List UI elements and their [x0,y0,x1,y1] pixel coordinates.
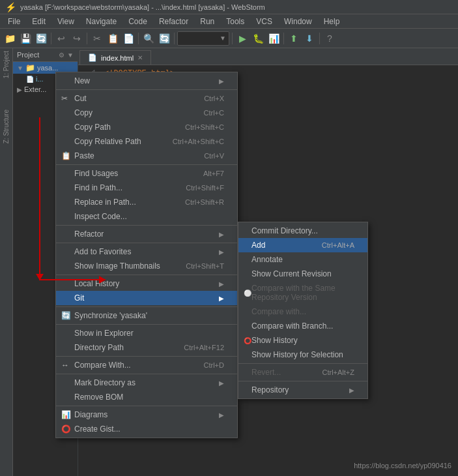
toolbar-replace[interactable]: 🔄 [157,31,171,46]
git-sep1 [238,363,367,364]
toolbar-cut[interactable]: ✂ [90,31,104,46]
menu-view[interactable]: View [52,16,79,27]
menu-help[interactable]: Help [319,16,345,27]
toolbar-vcs2[interactable]: ⬇ [302,31,317,46]
ctx-show-thumbnails[interactable]: Show Image Thumbnails Ctrl+Shift+T [56,259,237,273]
menu-file[interactable]: File [3,16,25,27]
ctx-synchronize[interactable]: 🔄 Synchronize 'yasaka' [56,308,237,323]
git-compare-branch[interactable]: Compare with Branch... [238,319,367,333]
ctx-paste[interactable]: 📋 Paste Ctrl+V [56,149,237,163]
ctx-replace-in-path[interactable]: Replace in Path... Ctrl+Shift+R [56,195,237,209]
ctx-inspect-code[interactable]: Inspect Code... [56,209,237,224]
ctx-diagrams[interactable]: 📊 Diagrams ▶ [56,408,237,422]
git-compare-same-label: Compare with the Same Repository Version [251,284,354,302]
ctx-add-favorites[interactable]: Add to Favorites ▶ [56,245,237,259]
git-show-current-revision[interactable]: Show Current Revision [238,267,367,281]
ctx-create-gist[interactable]: ⭕ Create Gist... [56,422,237,436]
toolbar-run[interactable]: ▶ [235,31,250,46]
ctx-cut[interactable]: ✂ Cut Ctrl+X [56,91,237,106]
ctx-copy-relative-path[interactable]: Copy Relative Path Ctrl+Alt+Shift+C [56,134,237,149]
toolbar-debug[interactable]: 🐛 [251,31,265,46]
ctx-find-in-path[interactable]: Find in Path... Ctrl+Shift+F [56,181,237,195]
ctx-new[interactable]: New ▶ [56,74,237,88]
toolbar-copy[interactable]: 📋 [106,31,120,46]
ctx-compare-with[interactable]: ↔ Compare With... Ctrl+D [56,358,237,372]
toolbar-vcs[interactable]: ⬆ [287,31,301,46]
ctx-create-gist-label: Create Gist... [74,424,121,434]
ctx-git[interactable]: Git ▶ [56,291,237,305]
tab-file-icon: 📄 [88,53,97,62]
toolbar-sep3 [138,33,139,44]
ctx-gist-icon: ⭕ [61,424,71,434]
side-panels: 1: Project Z: Structure [0,48,13,476]
git-show-history[interactable]: ⭕ Show History [238,333,367,348]
folder-icon-yasaka: 📁 [25,63,35,72]
menu-code[interactable]: Code [123,16,152,27]
project-title: Project [17,51,56,59]
git-compare-with-label: Compare with... [251,307,306,316]
toolbar-coverage[interactable]: 📊 [266,31,281,46]
ctx-replace-in-path-shortcut: Ctrl+Shift+R [185,198,224,206]
ctx-compare-icon: ↔ [61,361,69,370]
git-annotate[interactable]: Annotate [238,252,367,267]
project-header: Project ⚙ ▼ [13,48,78,62]
toolbar-help[interactable]: ? [322,31,337,46]
git-revert[interactable]: Revert... Ctrl+Alt+Z [238,365,367,379]
git-compare-with[interactable]: Compare with... [238,305,367,319]
side-panel-structure[interactable]: Z: Structure [1,107,11,146]
ctx-git-label: Git [74,293,84,303]
git-compare-same-repo[interactable]: ⚪ Compare with the Same Repository Versi… [238,281,367,305]
ctx-show-explorer[interactable]: Show in Explorer [56,326,237,340]
project-settings-icon[interactable]: ⚙ [59,52,64,59]
toolbar-sep1 [51,33,51,44]
toolbar-redo[interactable]: ↪ [70,31,84,46]
git-commit-dir[interactable]: Commit Directory... [238,224,367,238]
ctx-synchronize-label: Synchronize 'yasaka' [74,311,147,320]
menu-tools[interactable]: Tools [221,16,250,27]
project-gear-icon[interactable]: ▼ [67,52,74,59]
toolbar-save[interactable]: 💾 [18,31,33,46]
toolbar-refresh[interactable]: 🔄 [34,31,48,46]
toolbar-find[interactable]: 🔍 [141,31,156,46]
git-compare-branch-label: Compare with Branch... [251,321,333,331]
ctx-copy[interactable]: Copy Ctrl+C [56,106,237,120]
ctx-directory-path[interactable]: Directory Path Ctrl+Alt+F12 [56,340,237,355]
ctx-mark-directory-label: Mark Directory as [74,378,136,387]
side-panel-project[interactable]: 1: Project [1,48,11,81]
git-show-history-selection[interactable]: Show History for Selection [238,348,367,362]
ctx-copy-relative-path-label: Copy Relative Path [74,137,141,146]
menu-refactor[interactable]: Refactor [154,16,193,27]
ctx-replace-in-path-label: Replace in Path... [74,198,136,207]
toolbar-paste[interactable]: 📄 [121,31,136,46]
git-history-icon: ⭕ [244,337,251,344]
menu-edit[interactable]: Edit [27,16,51,27]
toolbar-undo[interactable]: ↩ [54,31,68,46]
ctx-find-usages[interactable]: Find Usages Alt+F7 [56,166,237,181]
menu-run[interactable]: Run [195,16,220,27]
tab-close-icon[interactable]: ✕ [137,54,143,61]
watermark-text: https://blog.csdn.net/yp090416 [354,462,451,469]
ctx-refactor[interactable]: Refactor ▶ [56,227,237,241]
branch-dropdown-icon[interactable]: ▼ [220,35,226,42]
toolbar-project[interactable]: 📁 [3,31,17,46]
menu-vcs[interactable]: VCS [251,16,278,27]
menu-bar: File Edit View Navigate Code Refactor Ru… [0,14,458,29]
ctx-remove-bom[interactable]: Remove BOM [56,390,237,404]
git-repository[interactable]: Repository ▶ [238,383,367,397]
ctx-mark-directory[interactable]: Mark Directory as ▶ [56,376,237,390]
watermark: https://blog.csdn.net/yp090416 [354,462,451,469]
arrow-right [40,279,106,280]
menu-navigate[interactable]: Navigate [81,16,122,27]
ctx-sep1 [56,164,237,165]
toolbar-sep2 [87,33,87,44]
menu-window[interactable]: Window [279,16,317,27]
ctx-cut-icon: ✂ [61,94,68,103]
context-menu: New ▶ ✂ Cut Ctrl+X Copy Ctrl+C Copy Path… [55,72,238,438]
git-add[interactable]: Add Ctrl+Alt+A [238,238,367,252]
ctx-sep9 [56,406,237,406]
git-show-history-label: Show History [251,336,298,345]
toolbar-sep4 [174,33,175,44]
editor-tab-index[interactable]: 📄 index.html ✕ [79,50,151,65]
ctx-copy-path[interactable]: Copy Path Ctrl+Shift+C [56,120,237,134]
ctx-local-history-arrow: ▶ [219,280,224,288]
